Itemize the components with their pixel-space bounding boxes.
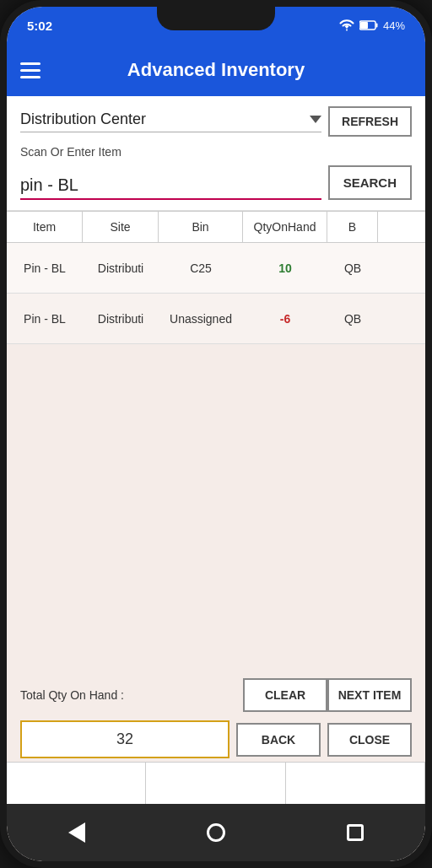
footer-cell-2 bbox=[146, 763, 285, 804]
status-icons: 44% bbox=[339, 19, 405, 32]
refresh-button[interactable]: REFRESH bbox=[328, 106, 412, 137]
cell-item-2: Pin - BL bbox=[7, 302, 83, 336]
hamburger-menu-icon[interactable] bbox=[20, 62, 40, 78]
notch bbox=[157, 7, 275, 30]
footer-cell-1 bbox=[7, 763, 146, 804]
cell-qty-2: -6 bbox=[243, 302, 327, 336]
svg-rect-2 bbox=[375, 24, 377, 28]
search-button[interactable]: SEARCH bbox=[328, 165, 412, 200]
back-arrow-icon bbox=[68, 822, 85, 843]
btn-row-1: CLEAR NEXT ITEM bbox=[243, 678, 412, 712]
chevron-down-icon bbox=[310, 116, 321, 123]
table-row[interactable]: Pin - BL Distributi C25 10 QB bbox=[7, 243, 425, 294]
svg-rect-1 bbox=[360, 22, 368, 29]
top-section: Distribution Center REFRESH Scan Or Ente… bbox=[7, 96, 425, 211]
cell-site-2: Distributi bbox=[83, 302, 159, 336]
status-time: 5:02 bbox=[27, 19, 52, 33]
location-row: Distribution Center REFRESH bbox=[20, 106, 412, 137]
col-header-b: B bbox=[327, 212, 378, 242]
footer-empty-row bbox=[7, 762, 425, 804]
search-input[interactable] bbox=[20, 172, 321, 200]
footer-cell-3 bbox=[286, 763, 425, 804]
table-row[interactable]: Pin - BL Distributi Unassigned -6 QB bbox=[7, 294, 425, 344]
app-bar: Advanced Inventory bbox=[7, 44, 425, 96]
qty-and-back-row: 32 BACK CLOSE bbox=[7, 717, 425, 762]
phone-screen: 5:02 44% bbox=[7, 7, 425, 861]
phone-shell: 5:02 44% bbox=[0, 0, 432, 868]
battery-percent: 44% bbox=[383, 19, 405, 32]
clear-button[interactable]: CLEAR bbox=[243, 678, 327, 712]
cell-bin-2: Unassigned bbox=[159, 302, 243, 336]
home-circle-icon bbox=[207, 823, 225, 842]
qty-display: 32 bbox=[20, 720, 230, 758]
recents-square-icon bbox=[347, 824, 364, 841]
col-header-qty: QtyOnHand bbox=[243, 212, 327, 242]
back-button[interactable]: BACK bbox=[236, 723, 321, 757]
location-dropdown[interactable]: Distribution Center bbox=[20, 111, 321, 132]
next-item-button[interactable]: NEXT ITEM bbox=[327, 678, 412, 712]
col-header-item: Item bbox=[7, 212, 83, 242]
bottom-section: Total Qty On Hand : CLEAR NEXT ITEM 32 B… bbox=[7, 670, 425, 804]
battery-icon bbox=[359, 20, 378, 30]
location-text: Distribution Center bbox=[20, 111, 146, 128]
table-header: Item Site Bin QtyOnHand B bbox=[7, 211, 425, 243]
search-row: SEARCH bbox=[20, 165, 412, 200]
total-qty-label: Total Qty On Hand : bbox=[20, 688, 124, 702]
close-button[interactable]: CLOSE bbox=[327, 723, 412, 757]
search-input-wrap bbox=[20, 172, 321, 200]
cell-b-1: QB bbox=[327, 251, 378, 285]
cell-item-1: Pin - BL bbox=[7, 251, 83, 285]
col-header-bin: Bin bbox=[159, 212, 243, 242]
wifi-icon bbox=[339, 19, 354, 31]
nav-home-button[interactable] bbox=[197, 814, 235, 851]
col-header-site: Site bbox=[83, 212, 159, 242]
table-body: Pin - BL Distributi C25 10 QB Pin - BL D… bbox=[7, 243, 425, 670]
total-row: Total Qty On Hand : CLEAR NEXT ITEM bbox=[7, 670, 425, 717]
content-area: Distribution Center REFRESH Scan Or Ente… bbox=[7, 96, 425, 804]
table-section: Item Site Bin QtyOnHand B Pin - BL Distr… bbox=[7, 211, 425, 670]
scan-label: Scan Or Enter Item bbox=[20, 145, 412, 159]
cell-bin-1: C25 bbox=[159, 251, 243, 285]
cell-b-2: QB bbox=[327, 302, 378, 336]
cell-site-1: Distributi bbox=[83, 251, 159, 285]
cell-qty-1: 10 bbox=[243, 251, 327, 285]
nav-bar bbox=[7, 804, 425, 861]
nav-recents-button[interactable] bbox=[337, 814, 374, 851]
app-title: Advanced Inventory bbox=[54, 59, 378, 81]
nav-back-button[interactable] bbox=[58, 814, 95, 851]
